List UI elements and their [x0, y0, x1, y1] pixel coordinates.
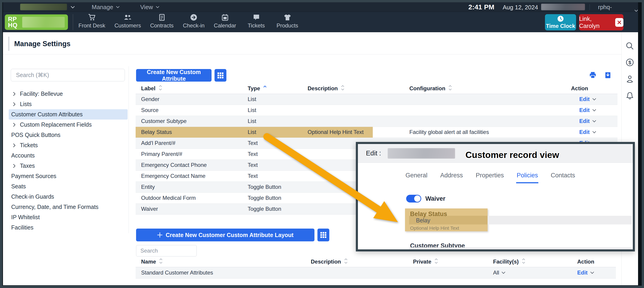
- nav-check-in[interactable]: Check-in: [183, 14, 205, 29]
- app-logo[interactable]: RPHQ: [5, 14, 68, 30]
- column-header[interactable]: Label: [136, 83, 242, 94]
- sort-icon: [341, 85, 344, 92]
- sidebar-item-label: Lists: [18, 101, 32, 107]
- sidebar-item[interactable]: Seats: [9, 181, 128, 192]
- record-tab[interactable]: Policies: [516, 171, 538, 183]
- person-icon[interactable]: [626, 75, 634, 84]
- column-header[interactable]: Name: [136, 257, 305, 267]
- cell-configuration: Facility global alert at all facilities: [404, 127, 566, 138]
- sidebar-item[interactable]: Facilities: [9, 222, 128, 233]
- edit-button[interactable]: Edit: [579, 129, 596, 135]
- top-menu-bar: Manage View 2:41 PM Aug 12, 2024 rphq-su…: [3, 2, 638, 12]
- sidebar-item[interactable]: Lists: [9, 99, 128, 109]
- cell-name: Standard Customer Attributes: [136, 267, 305, 279]
- edit-button[interactable]: Edit: [579, 107, 596, 113]
- record-tab[interactable]: Address: [440, 171, 463, 183]
- sidebar-item-label: IP Whitelist: [9, 214, 40, 221]
- sidebar-item[interactable]: Accounts: [9, 150, 128, 161]
- time-clock-button[interactable]: Time Clock: [545, 14, 576, 30]
- chevron-down-icon: [592, 98, 596, 101]
- facility-selector-redacted[interactable]: [20, 4, 67, 10]
- close-icon: [617, 20, 622, 25]
- cell-label: Source: [136, 105, 242, 116]
- sidebar-item[interactable]: Custom Replacement Fields: [9, 120, 128, 130]
- table-header-row: Name Description Private: [136, 257, 616, 267]
- dollar-icon[interactable]: $: [626, 58, 634, 68]
- heading-accent-bar: [8, 36, 10, 51]
- sidebar-item[interactable]: Customer Custom Attributes: [9, 109, 128, 120]
- cell-facilities: All: [488, 267, 572, 279]
- download-icon: [604, 71, 612, 79]
- edit-button[interactable]: Edit: [579, 96, 596, 102]
- create-custom-attribute-button[interactable]: Create New Custom Attribute: [136, 69, 212, 82]
- column-header[interactable]: Description: [305, 257, 408, 267]
- bell-icon[interactable]: [626, 91, 634, 101]
- sidebar-item[interactable]: POS Quick Buttons: [9, 130, 128, 140]
- sort-icon: [434, 258, 438, 265]
- menu-view[interactable]: View: [140, 4, 160, 10]
- column-header[interactable]: Action: [572, 257, 616, 267]
- column-header[interactable]: Description: [302, 83, 404, 94]
- cell-type: List: [242, 116, 302, 127]
- logged-in-user-button[interactable]: Link, Carolyn: [579, 14, 624, 30]
- column-header[interactable]: Private: [408, 257, 488, 267]
- nav-items: Front Desk Customers Contracts Check-in …: [78, 14, 298, 29]
- sidebar-item[interactable]: Check-in Guards: [9, 192, 128, 202]
- cell-description: [302, 116, 404, 127]
- column-header[interactable]: Configuration: [404, 83, 566, 94]
- nav-contracts[interactable]: Contracts: [150, 14, 174, 29]
- cell-label: Belay Status: [136, 127, 242, 138]
- speech-bubble-icon: [253, 14, 260, 21]
- create-layout-button[interactable]: Create New Customer Custom Attribute Lay…: [136, 229, 314, 241]
- cell-private: [408, 267, 488, 279]
- cell-label: Primary Parent/#: [136, 149, 242, 160]
- annotation-customer-record-view: Customer record view: [462, 150, 562, 160]
- cell-description: [305, 267, 408, 279]
- cell-label: Gender: [136, 94, 242, 105]
- chevron-right-icon: [9, 92, 18, 96]
- nav-tickets[interactable]: Tickets: [246, 14, 267, 29]
- main-nav-bar: RPHQ Front Desk Customers Contracts Chec…: [3, 12, 638, 32]
- record-tab[interactable]: General: [405, 171, 428, 183]
- sidebar-item[interactable]: Tickets: [9, 140, 128, 150]
- belay-status-value[interactable]: Belay: [416, 217, 430, 224]
- user-info-redacted: [541, 4, 585, 10]
- cell-type: Text: [242, 138, 302, 149]
- cell-label: Outdoor Medical Form: [136, 192, 242, 203]
- settings-search-input[interactable]: [11, 69, 125, 81]
- layouts-search-input[interactable]: [136, 245, 197, 257]
- waiver-toggle[interactable]: [406, 195, 421, 203]
- nav-calendar[interactable]: Calendar: [214, 14, 236, 29]
- sort-icon: [159, 85, 162, 92]
- facilities-dropdown[interactable]: All: [493, 270, 506, 276]
- sidebar-item[interactable]: IP Whitelist: [9, 212, 128, 222]
- cell-action: Edit: [566, 105, 618, 116]
- edit-button[interactable]: Edit: [577, 270, 594, 276]
- menu-view-label: View: [140, 4, 153, 11]
- column-header[interactable]: Type: [242, 83, 302, 94]
- grid-view-button[interactable]: [214, 69, 226, 82]
- download-button[interactable]: [604, 71, 612, 80]
- sidebar-item[interactable]: Facility: Bellevue: [9, 89, 128, 99]
- grid-view-button[interactable]: [318, 229, 329, 241]
- sidebar-item-label: Customer Custom Attributes: [9, 111, 83, 118]
- print-button[interactable]: [589, 71, 596, 80]
- logout-button[interactable]: [615, 18, 624, 27]
- menu-manage[interactable]: Manage: [92, 4, 120, 10]
- cell-configuration: [404, 105, 566, 116]
- column-header[interactable]: Action: [566, 83, 618, 94]
- attribute-row: Customer Subtype List Edit: [136, 116, 618, 127]
- column-header[interactable]: Facility(s): [488, 257, 572, 267]
- chevron-down-icon: [592, 109, 596, 112]
- record-tab[interactable]: Properties: [475, 171, 504, 183]
- nav-products[interactable]: Products: [276, 14, 298, 29]
- nav-front-desk[interactable]: Front Desk: [78, 14, 105, 29]
- people-icon: [124, 14, 132, 21]
- sidebar-item[interactable]: Payment Sources: [9, 171, 128, 181]
- edit-button[interactable]: Edit: [579, 118, 596, 124]
- sidebar-item[interactable]: Taxes: [9, 161, 128, 171]
- sidebar-item[interactable]: Currency, Date, and Time Formats: [9, 202, 128, 212]
- record-tab[interactable]: Contacts: [550, 171, 576, 183]
- nav-customers[interactable]: Customers: [114, 14, 141, 29]
- search-icon[interactable]: [626, 42, 634, 51]
